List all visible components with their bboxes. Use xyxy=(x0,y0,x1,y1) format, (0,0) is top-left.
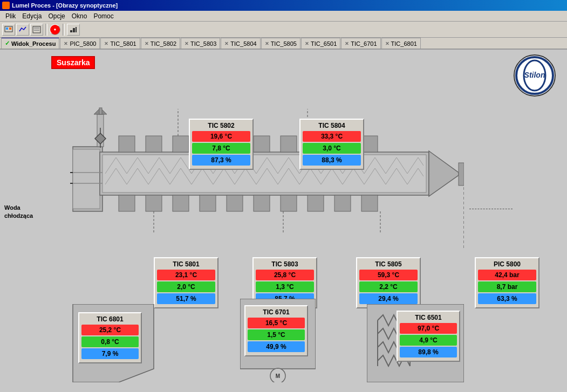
instrument-pic5800[interactable]: PIC 5800 42,4 bar 8,7 bar 63,3 % xyxy=(475,257,539,308)
tab-tic-5801[interactable]: ✕ TIC_5801 xyxy=(100,38,140,49)
svg-rect-2 xyxy=(9,27,11,30)
instrument-tic5801[interactable]: TIC 5801 23,1 °C 2,0 °C 51,7 % xyxy=(154,257,218,308)
toolbar-btn-5[interactable] xyxy=(67,24,80,36)
tab-tic-5803[interactable]: ✕ TIC_5803 xyxy=(181,38,220,49)
tic5801-title: TIC 5801 xyxy=(157,260,215,268)
tic5802-red: 19,6 °C xyxy=(192,131,250,142)
pic5800-blue: 63,3 % xyxy=(478,293,536,304)
svg-rect-29 xyxy=(281,136,297,152)
svg-rect-37 xyxy=(227,195,243,211)
svg-rect-39 xyxy=(281,195,297,211)
toolbar-btn-4[interactable]: ● xyxy=(50,24,60,35)
pic5800-title: PIC 5800 xyxy=(478,260,536,268)
instrument-tic6801[interactable]: TIC 6801 25,2 °C 0,8 °C 7,9 % xyxy=(78,312,142,363)
woda-label: Woda chłodząca xyxy=(4,204,33,221)
instrument-tic5804[interactable]: TIC 5804 33,3 °C 3,0 °C 88,3 % xyxy=(299,119,364,170)
tic5804-green: 3,0 °C xyxy=(303,143,361,154)
tab-bar: ✓ Widok_Procesu ✕ PIC_5800 ✕ TIC_5801 ✕ … xyxy=(0,38,567,50)
menu-plik[interactable]: Plik xyxy=(2,12,19,20)
tic5805-red: 59,3 °C xyxy=(359,270,418,280)
svg-rect-42 xyxy=(361,195,378,211)
toolbar-sep-1 xyxy=(45,24,47,36)
tic6801-enclosure: TIC 6801 25,2 °C 0,8 °C 7,9 % xyxy=(70,304,156,382)
svg-marker-43 xyxy=(429,151,459,196)
svg-rect-40 xyxy=(308,195,324,211)
tic6701-title: TIC 6701 xyxy=(248,308,305,316)
tic5802-green: 7,8 °C xyxy=(192,143,250,154)
tab-tic-6701[interactable]: ✕ TIC_6701 xyxy=(341,38,380,49)
svg-text:Stilon: Stilon xyxy=(524,71,545,79)
tic5803-red: 25,8 °C xyxy=(256,270,314,280)
tab-tic-6501[interactable]: ✕ TIC_6501 xyxy=(301,38,340,49)
instrument-tic5805[interactable]: TIC 5805 59,3 °C 2,2 °C 29,4 % xyxy=(356,257,421,308)
conveyor-diagram xyxy=(70,104,464,260)
toolbar-btn-2[interactable] xyxy=(16,24,29,36)
pic5800-dashed-line xyxy=(469,209,513,209)
tic5805-green: 2,2 °C xyxy=(359,281,418,292)
svg-rect-8 xyxy=(76,27,77,32)
toolbar-btn-1[interactable] xyxy=(2,24,15,36)
toolbar-btn-3[interactable] xyxy=(30,24,43,36)
svg-rect-35 xyxy=(173,195,189,211)
instrument-tic6501[interactable]: TIC 6501 97,0 °C 4,9 °C 89,8 % xyxy=(397,311,460,362)
svg-rect-22 xyxy=(103,155,426,192)
tab-widok-procesu[interactable]: ✓ Widok_Procesu xyxy=(1,38,59,49)
tic6501-blue: 89,8 % xyxy=(400,347,457,357)
svg-marker-18 xyxy=(95,133,106,144)
svg-rect-4 xyxy=(34,27,39,29)
svg-rect-23 xyxy=(119,136,135,152)
tic6701-enclosure: M TIC 6701 16,5 °C 1,5 °C 49,9 % xyxy=(240,299,316,382)
tic6801-red: 25,2 °C xyxy=(81,325,139,335)
tab-tic-5802[interactable]: ✕ TIC_5802 xyxy=(141,38,180,49)
tic6501-red: 97,0 °C xyxy=(400,323,457,334)
svg-rect-28 xyxy=(254,136,270,152)
svg-rect-7 xyxy=(73,28,75,32)
svg-rect-33 xyxy=(119,195,135,211)
svg-rect-38 xyxy=(254,195,270,211)
tic5801-red: 23,1 °C xyxy=(157,270,215,280)
tic6801-blue: 7,9 % xyxy=(81,348,139,359)
tic6801-green: 0,8 °C xyxy=(81,336,139,347)
svg-rect-5 xyxy=(34,30,39,31)
svg-rect-36 xyxy=(200,195,216,211)
instrument-tic5802[interactable]: TIC 5802 19,6 °C 7,8 °C 87,3 % xyxy=(189,119,254,170)
toolbar: ● xyxy=(0,22,567,38)
toolbar-sep-2 xyxy=(63,24,65,36)
tic6801-title: TIC 6801 xyxy=(81,315,139,323)
tic6701-blue: 49,9 % xyxy=(248,341,305,352)
menu-bar: Plik Edycja Opcje Okno Pomoc xyxy=(0,11,567,22)
title-bar: Lumel Proces - [Obrazy synoptyczne] xyxy=(0,0,567,11)
svg-rect-24 xyxy=(146,136,162,152)
menu-edycja[interactable]: Edycja xyxy=(19,12,45,20)
tic6701-red: 16,5 °C xyxy=(248,318,305,328)
tic5804-blue: 88,3 % xyxy=(303,155,361,166)
stilon-logo: Stilon xyxy=(513,54,556,97)
menu-okno[interactable]: Okno xyxy=(69,12,91,20)
tic5804-title: TIC 5804 xyxy=(303,122,361,129)
tab-tic-5804[interactable]: ✕ TIC_5804 xyxy=(221,38,260,49)
menu-pomoc[interactable]: Pomoc xyxy=(90,12,117,20)
menu-opcje[interactable]: Opcje xyxy=(45,12,68,20)
tic5801-blue: 51,7 % xyxy=(157,293,215,304)
tab-tic-6801[interactable]: ✕ TIC_6801 xyxy=(381,38,421,49)
svg-text:M: M xyxy=(276,373,280,379)
suszarka-label: Suszarka xyxy=(51,56,95,69)
pic5800-green: 8,7 bar xyxy=(478,281,536,292)
tic5805-blue: 29,4 % xyxy=(359,293,418,304)
tab-tic-5805[interactable]: ✕ TIC_5805 xyxy=(261,38,300,49)
tic5801-green: 2,0 °C xyxy=(157,281,215,292)
tic5803-title: TIC 5803 xyxy=(256,260,314,268)
tic5803-green: 1,3 °C xyxy=(256,281,314,292)
instrument-tic6701[interactable]: TIC 6701 16,5 °C 1,5 °C 49,9 % xyxy=(244,305,308,356)
svg-rect-1 xyxy=(6,27,8,30)
svg-rect-44 xyxy=(459,163,464,185)
svg-rect-6 xyxy=(70,30,72,32)
tab-pic-5800[interactable]: ✕ PIC_5800 xyxy=(60,38,100,49)
svg-rect-41 xyxy=(334,195,351,211)
tic6501-green: 4,9 °C xyxy=(400,335,457,346)
svg-rect-25 xyxy=(173,136,189,152)
main-content: Suszarka Woda chłodząca Stilon xyxy=(0,50,567,392)
pic5800-red: 42,4 bar xyxy=(478,270,536,280)
tic6501-title: TIC 6501 xyxy=(400,314,457,321)
app-title: Lumel Proces - [Obrazy synoptyczne] xyxy=(12,2,118,9)
